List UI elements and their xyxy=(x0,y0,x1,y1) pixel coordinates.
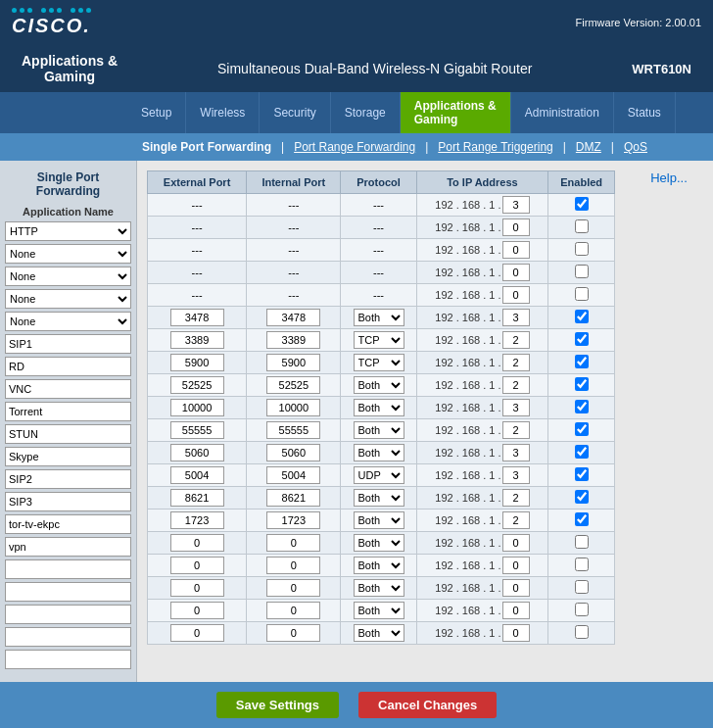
subnav-dmz[interactable]: DMZ xyxy=(571,138,606,156)
tab-wireless[interactable]: Wireless xyxy=(186,92,260,133)
app-select-none-2[interactable]: None xyxy=(5,267,131,286)
int-port-input[interactable] xyxy=(266,466,320,484)
ip-last-input[interactable] xyxy=(502,376,530,394)
int-port-input[interactable] xyxy=(266,331,320,349)
protocol-select[interactable]: BothTCPUDP xyxy=(354,579,404,597)
int-port-input[interactable] xyxy=(266,579,320,597)
int-port-input[interactable] xyxy=(266,399,320,416)
ip-last-input[interactable] xyxy=(502,309,530,326)
protocol-select[interactable]: BothTCPUDP xyxy=(354,444,404,461)
ext-port-input[interactable] xyxy=(170,354,224,371)
ip-last-input[interactable] xyxy=(502,624,530,642)
subnav-single-port-forwarding[interactable]: Single Port Forwarding xyxy=(137,138,276,156)
ext-port-input[interactable] xyxy=(170,331,224,349)
ext-port-input[interactable] xyxy=(170,376,224,394)
ip-last-input[interactable] xyxy=(502,444,530,461)
ext-port-input[interactable] xyxy=(170,421,224,439)
tab-applications-gaming[interactable]: Applications &Gaming xyxy=(401,92,511,133)
int-port-input[interactable] xyxy=(266,376,320,394)
ip-last-input[interactable] xyxy=(502,511,530,529)
ip-last-input[interactable] xyxy=(502,466,530,484)
app-select-none-1[interactable]: None xyxy=(5,244,131,264)
protocol-select[interactable]: BothTCPUDP xyxy=(354,466,404,484)
tab-storage[interactable]: Storage xyxy=(331,92,401,133)
ext-port-input[interactable] xyxy=(170,624,224,642)
enabled-checkbox[interactable] xyxy=(575,580,589,594)
save-settings-button[interactable]: Save Settings xyxy=(216,692,339,718)
protocol-select[interactable]: BothTCPUDP xyxy=(354,376,404,394)
protocol-select[interactable]: BothTCPUDP xyxy=(354,511,404,529)
subnav-qos[interactable]: QoS xyxy=(619,138,652,156)
enabled-checkbox[interactable] xyxy=(575,490,589,504)
enabled-checkbox[interactable] xyxy=(575,265,589,278)
ext-port-input[interactable] xyxy=(170,511,224,529)
subnav-port-range-forwarding[interactable]: Port Range Forwarding xyxy=(289,138,420,156)
enabled-checkbox[interactable] xyxy=(575,558,589,571)
ext-port-input[interactable] xyxy=(170,466,224,484)
int-port-input[interactable] xyxy=(266,354,320,371)
enabled-checkbox[interactable] xyxy=(575,355,589,368)
app-input-empty-1[interactable] xyxy=(5,559,131,579)
app-input-empty-3[interactable] xyxy=(5,605,131,624)
protocol-select[interactable]: BothTCPUDP xyxy=(354,354,404,371)
int-port-input[interactable] xyxy=(266,557,320,574)
app-input-sip2[interactable] xyxy=(5,469,131,489)
protocol-select[interactable]: BothTCPUDP xyxy=(354,309,404,326)
enabled-checkbox[interactable] xyxy=(575,603,589,616)
tab-security[interactable]: Security xyxy=(260,92,330,133)
int-port-input[interactable] xyxy=(266,511,320,529)
ext-port-input[interactable] xyxy=(170,309,224,326)
protocol-select[interactable]: BothTCPUDP xyxy=(354,624,404,642)
protocol-select[interactable]: BothTCPUDP xyxy=(354,557,404,574)
ip-last-input[interactable] xyxy=(502,354,530,371)
ip-last-input[interactable] xyxy=(502,602,530,619)
ext-port-input[interactable] xyxy=(170,399,224,416)
int-port-input[interactable] xyxy=(266,534,320,552)
int-port-input[interactable] xyxy=(266,421,320,439)
enabled-checkbox[interactable] xyxy=(575,219,589,233)
ext-port-input[interactable] xyxy=(170,489,224,507)
int-port-input[interactable] xyxy=(266,489,320,507)
ip-last-input[interactable] xyxy=(502,286,530,304)
int-port-input[interactable] xyxy=(266,602,320,619)
enabled-checkbox[interactable] xyxy=(575,445,589,459)
enabled-checkbox[interactable] xyxy=(575,625,589,639)
tab-setup[interactable]: Setup xyxy=(127,92,186,133)
subnav-port-range-triggering[interactable]: Port Range Triggering xyxy=(433,138,557,156)
enabled-checkbox[interactable] xyxy=(575,242,589,256)
enabled-checkbox[interactable] xyxy=(575,377,589,391)
app-input-empty-5[interactable] xyxy=(5,650,131,669)
protocol-select[interactable]: BothTCPUDP xyxy=(354,534,404,552)
ip-last-input[interactable] xyxy=(502,579,530,597)
app-input-sip3[interactable] xyxy=(5,492,131,511)
ext-port-input[interactable] xyxy=(170,444,224,461)
app-input-vnc[interactable] xyxy=(5,379,131,399)
app-input-torrent[interactable] xyxy=(5,402,131,421)
int-port-input[interactable] xyxy=(266,444,320,461)
app-input-sip1[interactable] xyxy=(5,334,131,354)
ip-last-input[interactable] xyxy=(502,331,530,349)
app-input-stun[interactable] xyxy=(5,424,131,444)
enabled-checkbox[interactable] xyxy=(575,332,589,346)
app-input-tortvekpc[interactable] xyxy=(5,514,131,534)
protocol-select[interactable]: BothTCPUDP xyxy=(354,421,404,439)
ip-last-input[interactable] xyxy=(502,489,530,507)
protocol-select[interactable]: BothTCPUDP xyxy=(354,489,404,507)
ip-last-input[interactable] xyxy=(502,241,530,259)
ip-last-input[interactable] xyxy=(502,534,530,552)
ip-last-input[interactable] xyxy=(502,399,530,416)
enabled-checkbox[interactable] xyxy=(575,400,589,413)
protocol-select[interactable]: BothTCPUDP xyxy=(354,602,404,619)
app-select-none-4[interactable]: None xyxy=(5,312,131,331)
app-input-vpn[interactable] xyxy=(5,537,131,557)
app-select-http[interactable]: HTTP xyxy=(5,221,131,241)
enabled-checkbox[interactable] xyxy=(575,512,589,526)
app-input-skype[interactable] xyxy=(5,447,131,466)
enabled-checkbox[interactable] xyxy=(575,422,589,436)
ext-port-input[interactable] xyxy=(170,557,224,574)
help-link[interactable]: Help... xyxy=(650,170,688,185)
ip-last-input[interactable] xyxy=(502,557,530,574)
int-port-input[interactable] xyxy=(266,309,320,326)
ext-port-input[interactable] xyxy=(170,579,224,597)
ip-last-input[interactable] xyxy=(502,264,530,281)
